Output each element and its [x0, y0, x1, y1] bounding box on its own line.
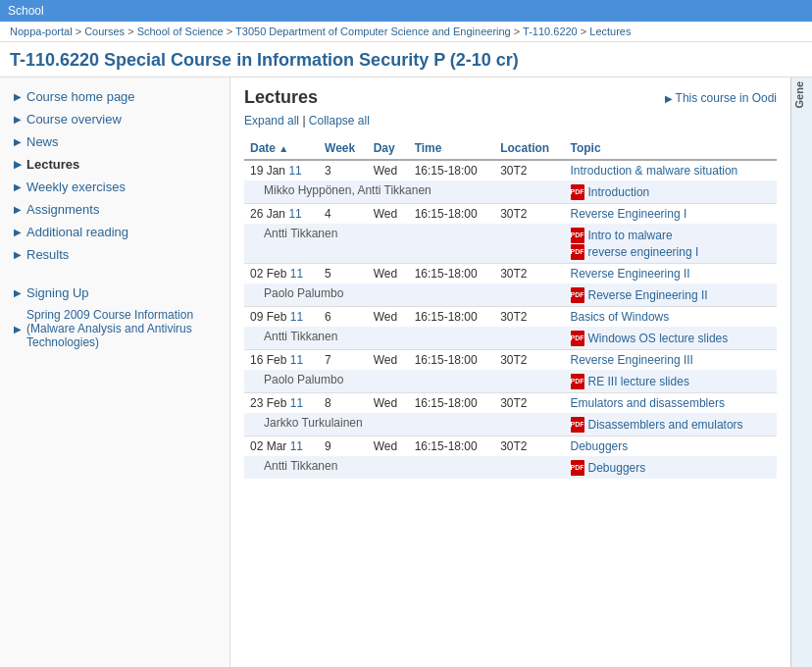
sidebar-item-assignments[interactable]: ▶ Assignments	[0, 198, 229, 221]
detail-person-cell: Paolo Palumbo	[244, 370, 565, 393]
pdf-icon: PDF	[571, 331, 584, 346]
table-row: 19 Jan 11 3 Wed 16:15-18:00 30T2 Introdu…	[244, 160, 777, 180]
table-row: 26 Jan 11 4 Wed 16:15-18:00 30T2 Reverse…	[244, 204, 777, 225]
table-header-row: Date ▲ Week Day Time Location	[244, 137, 777, 160]
sidebar-item-weekly-exercises[interactable]: ▶ Weekly exercises	[0, 176, 229, 198]
sidebar: ▶ Course home page ▶ Course overview ▶ N…	[0, 77, 230, 667]
sidebar-item-signing-up[interactable]: ▶ Signing Up	[0, 282, 229, 304]
topic-link[interactable]: Emulators and disassemblers	[571, 396, 725, 410]
topic-link[interactable]: Reverse Engineering III	[571, 353, 693, 367]
cell-week: 3	[319, 160, 368, 180]
cell-day: Wed	[368, 307, 409, 328]
sidebar-label-weekly-exercises: Weekly exercises	[26, 180, 126, 194]
pdf-link[interactable]: PDFRE III lecture slides	[571, 374, 689, 389]
topic-link[interactable]: Introduction & malware situation	[571, 164, 738, 178]
col-day: Day	[368, 137, 409, 160]
cell-day: Wed	[368, 204, 409, 225]
col-week-link[interactable]: Week	[325, 141, 355, 155]
pdf-icon: PDF	[571, 287, 584, 303]
sidebar-label-course-home: Course home page	[26, 89, 135, 104]
detail-person-cell: Antti Tikkanen	[244, 456, 565, 479]
date-link[interactable]: 11	[290, 310, 303, 324]
breadcrumb-lectures[interactable]: Lectures	[589, 26, 631, 37]
cell-time: 16:15-18:00	[409, 264, 495, 284]
cell-time: 16:15-18:00	[409, 436, 495, 457]
arrow-icon: ▶	[14, 91, 22, 102]
cell-week: 5	[319, 264, 368, 284]
sidebar-item-lectures[interactable]: ▶ Lectures	[0, 153, 229, 176]
col-topic-link[interactable]: Topic	[571, 141, 601, 155]
col-date-link[interactable]: Date ▲	[250, 141, 288, 155]
detail-person-cell: Mikko Hyppönen, Antti Tikkanen	[244, 180, 565, 204]
collapse-all-link[interactable]: Collapse all	[309, 114, 370, 128]
cell-week: 7	[319, 350, 368, 371]
cell-topic: Basics of Windows	[565, 307, 777, 328]
sidebar-label-signing-up: Signing Up	[26, 285, 89, 300]
cell-time: 16:15-18:00	[409, 393, 495, 414]
topic-link[interactable]: Debuggers	[571, 439, 629, 453]
pdf-link[interactable]: PDFIntroduction	[571, 184, 650, 200]
pdf-link[interactable]: PDFWindows OS lecture slides	[571, 331, 729, 346]
breadcrumb-noppa[interactable]: Noppa-portal	[10, 26, 73, 37]
table-row-detail: Paolo Palumbo PDFRE III lecture slides	[244, 370, 777, 393]
date-link[interactable]: 11	[290, 396, 303, 410]
table-row-detail: Antti Tikkanen PDFWindows OS lecture sli…	[244, 327, 777, 350]
cell-week: 4	[319, 204, 368, 225]
topic-link[interactable]: Basics of Windows	[571, 310, 670, 324]
topic-link[interactable]: Reverse Engineering II	[571, 267, 690, 281]
cell-day: Wed	[368, 350, 409, 371]
top-bar: School	[0, 0, 812, 22]
date-link[interactable]: 11	[290, 439, 303, 453]
expand-all-link[interactable]: Expand all	[244, 114, 299, 128]
date-link[interactable]: 11	[290, 267, 303, 281]
cell-date: 19 Jan 11	[244, 160, 319, 180]
cell-day: Wed	[368, 264, 409, 284]
breadcrumb-school[interactable]: School of Science	[137, 26, 224, 37]
cell-time: 16:15-18:00	[409, 204, 495, 225]
pdf-link[interactable]: PDFDisassemblers and emulators	[571, 417, 743, 433]
pdf-link[interactable]: PDFReverse Engineering II	[571, 287, 708, 303]
cell-week: 8	[319, 393, 368, 414]
sidebar-item-spring-2009[interactable]: ▶ Spring 2009 Course Information (Malwar…	[0, 304, 229, 353]
lectures-table: Date ▲ Week Day Time Location	[244, 137, 777, 479]
sidebar-item-course-home[interactable]: ▶ Course home page	[0, 85, 229, 108]
cell-date: 09 Feb 11	[244, 307, 319, 328]
pdf-link[interactable]: PDFIntro to malware	[571, 228, 673, 243]
pdf-link[interactable]: PDFDebuggers	[571, 460, 646, 476]
detail-links-cell: PDFRE III lecture slides	[565, 370, 777, 393]
oodi-link[interactable]: This course in Oodi	[665, 91, 777, 105]
col-day-link[interactable]: Day	[374, 141, 395, 155]
table-row-detail: Paolo Palumbo PDFReverse Engineering II	[244, 283, 777, 307]
sidebar-item-results[interactable]: ▶ Results	[0, 243, 229, 266]
page-title: T-110.6220 Special Course in Information…	[0, 42, 812, 77]
date-link[interactable]: 11	[288, 207, 301, 221]
breadcrumb: Noppa-portal > Courses > School of Scien…	[0, 22, 812, 42]
content-header: Lectures This course in Oodi	[244, 87, 777, 108]
col-time-link[interactable]: Time	[415, 141, 442, 155]
cell-time: 16:15-18:00	[409, 307, 495, 328]
content-title: Lectures	[244, 87, 318, 108]
date-link[interactable]: 11	[290, 353, 303, 367]
detail-links-cell: PDFReverse Engineering II	[565, 283, 777, 307]
pdf-link[interactable]: PDFreverse engineering I	[571, 244, 699, 260]
breadcrumb-course-id[interactable]: T-110.6220	[523, 26, 578, 37]
cell-topic: Emulators and disassemblers	[565, 393, 777, 414]
cell-location: 30T2	[494, 307, 564, 328]
table-row: 23 Feb 11 8 Wed 16:15-18:00 30T2 Emulato…	[244, 393, 777, 414]
sidebar-item-news[interactable]: ▶ News	[0, 130, 229, 153]
topic-link[interactable]: Reverse Engineering I	[571, 207, 687, 221]
layout: ▶ Course home page ▶ Course overview ▶ N…	[0, 77, 812, 667]
sidebar-item-course-overview[interactable]: ▶ Course overview	[0, 108, 229, 130]
cell-date: 16 Feb 11	[244, 350, 319, 371]
pdf-icon: PDF	[571, 244, 584, 260]
cell-date: 02 Mar 11	[244, 436, 319, 457]
breadcrumb-dept[interactable]: T3050 Department of Computer Science and…	[235, 26, 511, 37]
cell-week: 6	[319, 307, 368, 328]
date-link[interactable]: 11	[288, 164, 301, 178]
arrow-icon: ▶	[14, 249, 22, 260]
cell-topic: Debuggers	[565, 436, 777, 457]
sidebar-item-additional-reading[interactable]: ▶ Additional reading	[0, 221, 229, 243]
col-location-link[interactable]: Location	[500, 141, 549, 155]
detail-person-cell: Paolo Palumbo	[244, 283, 565, 307]
breadcrumb-courses[interactable]: Courses	[84, 26, 125, 37]
